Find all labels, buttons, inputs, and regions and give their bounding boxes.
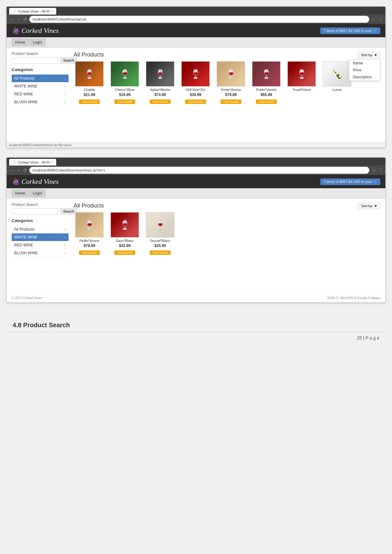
tab-close-2[interactable]: × bbox=[51, 160, 53, 164]
cart-info-1[interactable]: 7 items of $407.93 USD in your 🛒 bbox=[320, 27, 380, 34]
category-name-1-3: BLUSH WINE bbox=[14, 100, 38, 104]
tab-bar-1: 📄 Corked Vines - All Pr × bbox=[7, 7, 385, 15]
product-icon-2-1: 🍷 bbox=[119, 220, 130, 230]
categories-label-1: Categories bbox=[12, 67, 69, 72]
search-label-1: Product Search bbox=[12, 51, 69, 56]
products-area-1: All Products Sort by: ▼ Name Price Descr… bbox=[74, 51, 380, 139]
nav-login-1[interactable]: Login bbox=[29, 39, 45, 46]
page-wrapper: 📄 Corked Vines - All Pr × ← → ↺ ☆ ⋮ 🍇 Co… bbox=[0, 0, 392, 350]
sidebar-search-1: Search bbox=[12, 57, 69, 63]
product-card-2-2: 🍷 Seyval*Blanc $20.99 View Details bbox=[144, 212, 176, 255]
product-price-2-1: $42.99 bbox=[109, 244, 141, 248]
back-btn-1[interactable]: ← bbox=[9, 17, 14, 22]
product-image-1-1: 🍷 bbox=[111, 61, 139, 87]
product-icon-1-1: 🍷 bbox=[119, 69, 130, 79]
product-name-1-5: Petite*Verdot bbox=[250, 88, 282, 92]
product-image-1-6: 🍷 bbox=[287, 61, 316, 87]
view-details-btn-1-2[interactable]: View Details bbox=[150, 99, 170, 104]
category-arrow-2-3: → bbox=[63, 251, 66, 255]
product-name-1-3: Old*Vine*Zin bbox=[180, 88, 211, 92]
sort-price-1[interactable]: Price bbox=[349, 67, 380, 74]
category-white-wine-2[interactable]: WHITE WINE → bbox=[12, 233, 69, 241]
nav-home-2[interactable]: Home bbox=[12, 190, 29, 197]
url-input-1[interactable] bbox=[29, 16, 369, 23]
category-blush-wine-2[interactable]: BLUSH WINE → bbox=[12, 249, 69, 257]
search-input-2[interactable] bbox=[12, 208, 59, 214]
category-list-1: All Products → WHITE WINE → RED WINE → bbox=[12, 75, 69, 106]
more-icon-2[interactable]: ⋮ bbox=[378, 168, 383, 173]
product-image-2-2: 🍷 bbox=[146, 212, 174, 238]
product-image-1-0: 🍷 bbox=[75, 61, 104, 87]
product-card-2-1: 🍷 Sauv*Blanc $42.99 View Details bbox=[109, 212, 141, 255]
logo-icon-2: 🍇 bbox=[12, 178, 20, 185]
url-input-2[interactable] bbox=[29, 167, 369, 174]
more-icon-1[interactable]: ⋮ bbox=[378, 17, 383, 22]
view-details-btn-1-0[interactable]: View Details bbox=[79, 99, 100, 104]
site-nav-1: Home Login bbox=[7, 37, 385, 48]
product-name-1-1: Cherry*Wine bbox=[109, 88, 141, 92]
search-input-1[interactable] bbox=[12, 57, 59, 63]
category-all-products-1[interactable]: All Products → bbox=[12, 75, 69, 82]
view-details-btn-1-4[interactable]: View Details bbox=[220, 99, 241, 104]
product-card-1-4: 🍷 Petite*Arvine $79.99 View Details bbox=[215, 61, 247, 104]
sort-dropdown-2[interactable]: Sort by: ▼ bbox=[358, 203, 380, 209]
products-title-1: All Products bbox=[74, 51, 104, 58]
footer-copyright: © 2017 Corked Vines bbox=[12, 296, 42, 300]
sidebar-1: Product Search Search Categories All Pro… bbox=[12, 51, 69, 139]
sort-name-1[interactable]: Name bbox=[349, 60, 380, 67]
forward-btn-2[interactable]: → bbox=[16, 168, 21, 173]
view-details-btn-1-5[interactable]: View Details bbox=[256, 99, 276, 104]
cart-info-2[interactable]: 7 items of $407.93 USD in your 🛒 bbox=[320, 178, 380, 185]
logo-text-2: Corked Vines bbox=[21, 178, 59, 186]
tab-icon-1: 📄 bbox=[12, 9, 17, 13]
tab-icon-2: 📄 bbox=[12, 160, 17, 164]
back-btn-2[interactable]: ← bbox=[9, 168, 14, 173]
products-header-2: All Products Sort by: ▼ bbox=[74, 202, 380, 209]
category-red-wine-2[interactable]: RED WINE → bbox=[12, 241, 69, 249]
view-details-btn-2-0[interactable]: View Details bbox=[79, 250, 100, 255]
product-card-1-1: 🍷 Cherry*Wine $19.99 View Details bbox=[109, 61, 141, 104]
sort-menu-1: Sort by: ▼ Name Price Description bbox=[358, 52, 380, 58]
active-tab-2[interactable]: 📄 Corked Vines - All Pr × bbox=[9, 159, 56, 166]
product-icon-1-5: 🍷 bbox=[261, 69, 272, 79]
sort-description-1[interactable]: Description bbox=[349, 74, 380, 81]
status-bar-1: localhost:8080/CorkedVine/sort.do?By=pri… bbox=[7, 142, 385, 148]
footer-credit: JOHN S. VAUGHN & Peralta Colleges bbox=[327, 296, 380, 300]
nav-login-2[interactable]: Login bbox=[29, 190, 45, 197]
product-image-1-7: 🍾 bbox=[323, 61, 351, 87]
product-price-1-3: $35.99 bbox=[180, 93, 211, 97]
category-white-wine-1[interactable]: WHITE WINE → bbox=[12, 82, 69, 90]
product-image-1-3: 🍷 bbox=[181, 61, 210, 87]
product-icon-2-2: 🍷 bbox=[155, 220, 166, 230]
reload-btn-2[interactable]: ↺ bbox=[23, 168, 27, 173]
product-image-1-5: 🍷 bbox=[252, 61, 280, 87]
tab-close-1[interactable]: × bbox=[51, 9, 53, 13]
sidebar-2: Product Search Search Categories All Pro… bbox=[12, 202, 69, 290]
forward-btn-1[interactable]: → bbox=[16, 17, 21, 22]
product-name-2-0: Petite*Arvine bbox=[74, 239, 105, 243]
product-icon-1-2: 🍷 bbox=[155, 69, 166, 79]
product-price-2-2: $20.99 bbox=[144, 244, 176, 248]
category-all-products-2[interactable]: All Products → bbox=[12, 226, 69, 233]
view-details-btn-1-1[interactable]: View Details bbox=[114, 99, 135, 104]
address-bar-2: ← → ↺ ☆ ⋮ bbox=[7, 166, 385, 175]
reload-btn-1[interactable]: ↺ bbox=[23, 17, 27, 22]
bookmark-icon-2[interactable]: ☆ bbox=[372, 168, 376, 173]
active-tab-1[interactable]: 📄 Corked Vines - All Pr × bbox=[9, 8, 56, 15]
nav-home-1[interactable]: Home bbox=[12, 39, 29, 46]
page-number: 25 | P a g e bbox=[6, 332, 386, 344]
category-blush-wine-1[interactable]: BLUSH WINE → bbox=[12, 98, 69, 106]
category-red-wine-1[interactable]: RED WINE → bbox=[12, 90, 69, 98]
sort-dropdown-menu-1: Name Price Description bbox=[349, 59, 380, 81]
view-details-btn-1-3[interactable]: View Details bbox=[185, 99, 206, 104]
view-details-btn-2-2[interactable]: View Details bbox=[150, 250, 170, 255]
sort-dropdown-1[interactable]: Sort by: ▼ bbox=[358, 52, 380, 58]
products-grid-2: 🍷 Petite*Arvine $79.99 View Details 🍷 Sa… bbox=[74, 212, 380, 255]
bookmark-icon-1[interactable]: ☆ bbox=[372, 17, 376, 22]
view-details-btn-2-1[interactable]: View Details bbox=[114, 250, 135, 255]
product-card-1-7: 🍾 Lucas bbox=[321, 61, 353, 104]
site-header-1: 🍇 Corked Vines 7 items of $407.93 USD in… bbox=[7, 24, 385, 37]
product-icon-2-0: 🍷 bbox=[84, 220, 95, 230]
product-card-1-5: 🍷 Petite*Verdot $55.99 View Details bbox=[250, 61, 282, 104]
category-name-2-0: All Products bbox=[14, 227, 34, 232]
